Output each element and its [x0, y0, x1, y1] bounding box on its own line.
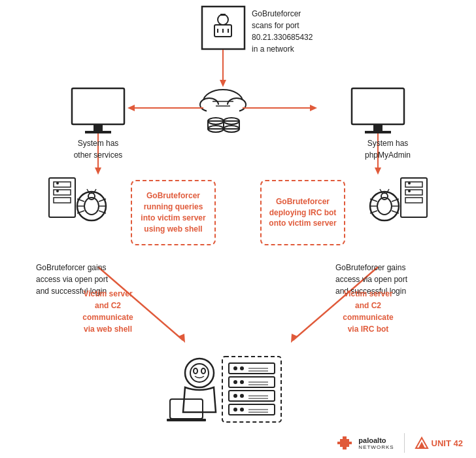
bot-left-line2: access via open port — [36, 275, 108, 284]
right-server-slot1 — [405, 182, 422, 187]
c2-right-0: Victim server — [343, 289, 392, 298]
srv-dot3 — [233, 380, 237, 384]
bot-right-line2: access via open port — [335, 275, 407, 284]
srv-dot2 — [240, 366, 244, 370]
paloalto-logo: paloalto NETWORKS — [337, 436, 394, 450]
left-monitor-label: System has other services — [62, 137, 134, 161]
arrow-left-head — [128, 105, 135, 111]
unit42-icon — [415, 436, 429, 449]
top-label-line4: in a network — [252, 44, 294, 54]
left-server-slot2 — [54, 190, 71, 195]
left-server-slot3 — [54, 198, 71, 203]
right-monitor-screen — [352, 88, 404, 124]
unit42-text: UNIT 42 — [432, 438, 463, 448]
left-server-dot1 — [56, 182, 59, 185]
attacker-face — [190, 364, 209, 382]
dashed-left-box: GoBruteforcer running queries into victi… — [131, 180, 216, 245]
left-monitor-label-2: other services — [74, 150, 123, 160]
bot-left-line1: GoBruteforcer gains — [36, 263, 106, 272]
paloalto-text: paloalto NETWORKS — [358, 436, 394, 450]
paloalto-icon — [337, 436, 356, 449]
c2-left-label: Victim server and C2 communicate via web… — [65, 288, 150, 335]
left-server-dot2 — [56, 190, 59, 192]
c2-left-2: communicate — [82, 313, 133, 322]
dashed-left-text: GoBruteforcer running queries into victi… — [137, 190, 209, 234]
right-monitor-label: System has phpMyAdmin — [348, 137, 427, 161]
attacker-eye-right-inner — [202, 369, 205, 373]
right-server-slot2 — [405, 190, 422, 195]
left-monitor-label-1: System has — [78, 139, 119, 148]
right-monitor-label-1: System has — [367, 139, 409, 148]
paloalto-networks: NETWORKS — [358, 444, 394, 450]
top-label-line2: scans for port — [252, 21, 299, 30]
arrow-right-down-head — [375, 167, 381, 175]
attacker-head-circle — [185, 359, 214, 387]
right-monitor-base — [365, 131, 391, 133]
arrow-right-head — [310, 105, 317, 111]
arrow-left-bottom-head — [178, 334, 185, 343]
left-monitor-base — [85, 131, 111, 133]
unit42-logo: UNIT 42 — [415, 436, 463, 449]
left-bug-head — [88, 193, 95, 200]
attacker-laptop-base — [167, 419, 206, 421]
top-label-line1: GoBruteforcer — [252, 9, 301, 18]
c2-left-3: via web shell — [84, 325, 132, 334]
top-label-line3: 80.21.330685432 — [252, 33, 313, 42]
left-server-slot1 — [54, 182, 71, 187]
right-server-dot2 — [408, 190, 411, 192]
diagram: GoBruteforcer scans for port 80.21.33068… — [0, 0, 476, 458]
c2-right-2: communicate — [343, 313, 393, 322]
srv-dot7 — [233, 408, 237, 412]
right-bug-head — [381, 193, 388, 200]
top-icon-border — [202, 7, 245, 49]
c2-right-3: via IRC bot — [348, 325, 389, 334]
attacker-laptop — [170, 399, 203, 419]
c2-right-label: Victim server and C2 communicate via IRC… — [326, 288, 411, 335]
srv-dot8 — [240, 408, 244, 412]
footer: paloalto NETWORKS UNIT 42 — [337, 433, 463, 453]
dashed-right-text: GoBruteforcer deploying IRC bot onto vic… — [267, 196, 339, 229]
attacker-eye-left-inner — [194, 369, 197, 373]
c2-left-1: and C2 — [95, 301, 121, 310]
srv-dot6 — [240, 394, 244, 398]
bot-right-line1: GoBruteforcer gains — [335, 263, 405, 272]
right-monitor-stand — [373, 124, 382, 131]
srv-dot1 — [233, 366, 237, 370]
srv-dot4 — [240, 380, 244, 384]
attacker-mouth — [195, 376, 204, 378]
diagram-svg — [0, 0, 476, 458]
top-label: GoBruteforcer scans for port 80.21.33068… — [252, 8, 313, 55]
arrow-top-down-head — [220, 80, 226, 87]
footer-divider — [404, 433, 405, 453]
svg-rect-4 — [348, 442, 352, 444]
right-server-slot3 — [405, 198, 422, 203]
arrow-left-down-head — [95, 167, 101, 175]
paloalto-name: paloalto — [358, 436, 394, 444]
arrow-right-bottom-head — [291, 334, 298, 343]
top-icon-gear-top — [220, 14, 226, 16]
right-monitor-label-2: phpMyAdmin — [365, 150, 411, 160]
srv-dot5 — [233, 394, 237, 398]
left-monitor-stand — [94, 124, 103, 131]
left-monitor-screen — [72, 88, 124, 124]
c2-left-0: Victim server — [83, 289, 132, 298]
dashed-right-box: GoBruteforcer deploying IRC bot onto vic… — [260, 180, 345, 245]
right-server-dot1 — [408, 182, 411, 185]
top-icon-head — [218, 14, 228, 25]
c2-right-1: and C2 — [355, 301, 381, 310]
